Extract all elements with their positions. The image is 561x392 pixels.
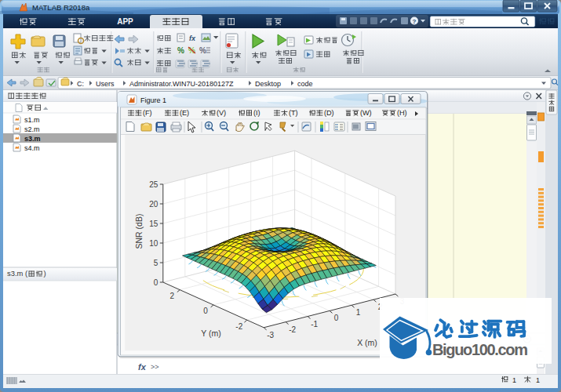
svg-text:(W): (W) <box>360 109 372 117</box>
svg-text:code: code <box>297 80 313 88</box>
svg-text:(D): (D) <box>324 109 334 117</box>
svg-text:1: 1 <box>536 376 540 384</box>
svg-text:C:: C: <box>77 80 84 88</box>
svg-text:%: % <box>177 46 184 55</box>
svg-text:APP: APP <box>117 17 133 26</box>
svg-text:SNR (dB): SNR (dB) <box>134 214 144 249</box>
svg-text:(E): (E) <box>180 109 189 117</box>
svg-text:-3: -3 <box>267 331 274 339</box>
svg-text:s3.m (: s3.m ( <box>7 269 28 278</box>
svg-text:%: % <box>199 46 206 55</box>
svg-text:s3.m: s3.m <box>24 135 41 143</box>
svg-text:0: 0 <box>154 278 158 287</box>
svg-text:(T): (T) <box>289 109 298 117</box>
svg-text:Y (m): Y (m) <box>201 328 220 338</box>
svg-text:s1.m: s1.m <box>24 116 40 124</box>
svg-text:0: 0 <box>203 307 208 315</box>
svg-text:(F): (F) <box>143 109 152 117</box>
svg-text:1: 1 <box>356 308 361 317</box>
svg-text:fx: fx <box>138 362 147 372</box>
svg-text:-2: -2 <box>289 325 296 334</box>
svg-text:?: ? <box>413 18 417 25</box>
svg-text:20: 20 <box>149 200 158 209</box>
svg-text:(V): (V) <box>217 109 226 117</box>
svg-text:s4.m: s4.m <box>24 144 40 152</box>
svg-text:Administrator.WIN7U-20180127Z: Administrator.WIN7U-20180127Z <box>129 80 234 88</box>
svg-text:-2: -2 <box>235 322 242 331</box>
svg-text:(H): (H) <box>397 109 407 117</box>
svg-text:Users: Users <box>96 80 115 88</box>
svg-text:Desktop: Desktop <box>255 80 281 88</box>
svg-text:-1: -1 <box>311 320 318 328</box>
svg-text:fx: fx <box>189 34 196 42</box>
svg-text:>>: >> <box>151 363 159 371</box>
svg-text:25: 25 <box>149 180 158 189</box>
svg-text:s2.m: s2.m <box>24 125 40 133</box>
svg-text:15: 15 <box>149 220 158 228</box>
svg-text:0: 0 <box>334 314 339 322</box>
svg-text:(I): (I) <box>253 109 260 117</box>
svg-text:X (m): X (m) <box>357 338 377 347</box>
svg-text:Figure 1: Figure 1 <box>140 96 166 104</box>
svg-text:2: 2 <box>169 292 174 300</box>
svg-text:): ) <box>43 269 46 278</box>
svg-text:5: 5 <box>154 259 158 267</box>
svg-text:10: 10 <box>149 239 158 248</box>
svg-text:MATLAB R2018a: MATLAB R2018a <box>32 3 90 12</box>
svg-text:1: 1 <box>512 376 516 384</box>
svg-text:Biguo100.com: Biguo100.com <box>432 341 528 358</box>
